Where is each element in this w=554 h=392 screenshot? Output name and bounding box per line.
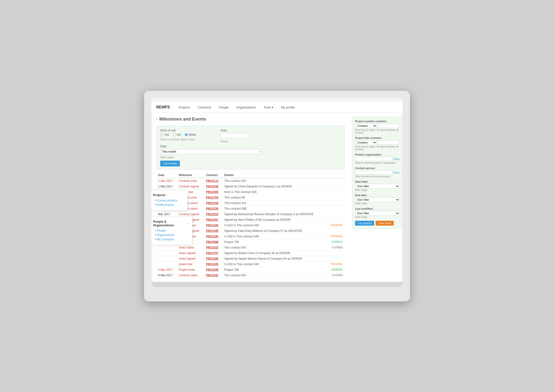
sidebar-people-mycompany[interactable]: My Company	[157, 238, 174, 241]
table-row: 6 Mar 2017 Contract starts PM13332 This …	[156, 272, 345, 278]
table-row: 1 Mar 2017 Contract signed PM13338 Signe…	[156, 184, 345, 189]
nav-myprofile[interactable]: My profile	[280, 105, 296, 110]
table-row: 4 Mar 2017 Project ends PM13596 Project …	[156, 267, 345, 272]
cell-milestone: Contract ends	[177, 178, 204, 184]
cell-details: Project 766	[222, 267, 327, 272]
nav-projects[interactable]: Projects	[177, 105, 191, 110]
radio-no[interactable]: No	[173, 133, 181, 136]
cell-date: 4 Mar 2017	[156, 267, 177, 272]
rf-end-date-select[interactable]: Don't filter	[355, 197, 400, 202]
cell-status	[327, 250, 345, 256]
col-details: Details	[222, 172, 327, 178]
cell-contract[interactable]: PM13332	[204, 245, 222, 250]
col-status	[327, 172, 345, 178]
cell-date: 1 Mar 2017	[156, 178, 177, 184]
cell-contract[interactable]: PM13201	[204, 217, 222, 222]
rf-partner-hint: Filter by selected partner organization.	[355, 162, 400, 164]
cell-contract[interactable]: PM13280	[204, 256, 222, 261]
back-arrow-icon[interactable]: ‹	[156, 117, 157, 121]
sidebar-projects-current[interactable]: Current projects	[157, 199, 177, 202]
cell-details: Project 766	[222, 239, 327, 245]
nav-contracts[interactable]: Contracts	[196, 105, 213, 110]
cell-status: PENDING	[327, 261, 345, 267]
rf-contact-hint: Filter by selected contact person.	[355, 175, 400, 178]
rf-end-date-label: End date:	[355, 194, 400, 197]
table-row: ntract signed PM13280 Signed by Harper B…	[156, 256, 345, 261]
rf-contact-clear-button[interactable]: Clear	[393, 171, 400, 174]
radio-yes[interactable]: Yes	[160, 133, 169, 136]
cell-contract[interactable]: PM12797	[204, 250, 222, 256]
cell-contract[interactable]: PM12910	[204, 211, 222, 217]
rf-partner-org-input[interactable]	[355, 157, 392, 161]
cell-contract[interactable]: PM13596	[204, 239, 222, 245]
nav-tools[interactable]: Tools ▾	[262, 105, 275, 110]
cell-contract[interactable]: PM13156	[204, 200, 222, 206]
cell-details: Signed by Muhammad Ramirez Morales of Co…	[222, 211, 327, 217]
rf-partner-clear-button[interactable]: Clear	[393, 157, 400, 160]
nav-organizations[interactable]: Organizations	[235, 105, 257, 110]
cell-details: This contract 585	[222, 206, 327, 211]
cell-details: Signed by Zala Emily Williams of Company…	[222, 228, 327, 234]
col-milestone: Milestone	[177, 172, 204, 178]
cell-date	[156, 261, 177, 267]
cell-details: 3 UAH in This contract 440	[222, 222, 327, 228]
cell-contract[interactable]: PM13338	[204, 184, 222, 189]
done-label: Done or not:	[160, 129, 196, 132]
focus-label: Focus.	[220, 140, 249, 143]
cell-contract[interactable]: PM13380	[204, 189, 222, 195]
cell-status	[327, 200, 345, 206]
list-events-button[interactable]: List events	[160, 161, 180, 166]
cell-milestone: yment due	[177, 261, 204, 267]
rf-partner-org-label: Partner organization:	[355, 153, 400, 156]
cell-status: PENDING	[327, 222, 345, 228]
cell-contract[interactable]: PM13332	[204, 272, 222, 278]
rf-project-title-input[interactable]	[378, 140, 400, 145]
area-input[interactable]	[220, 133, 249, 138]
rf-start-date-select[interactable]: Don't filter	[355, 184, 400, 189]
radio-either[interactable]: Either	[185, 133, 196, 136]
table-row: Mar 2017 Contract signed PM12910 Signed …	[156, 211, 345, 217]
cell-milestone: Contract signed	[177, 211, 204, 217]
rf-project-number-operator[interactable]: Contains	[355, 123, 377, 128]
table-row: yment due PM13185 3 USD in This contract…	[156, 261, 345, 267]
cell-date	[156, 256, 177, 261]
cell-date: 6 Mar 2017	[156, 272, 177, 278]
table-row: ntract signed PM12797 Signed by Moshe Co…	[156, 250, 345, 256]
cell-contract[interactable]: PM13596	[204, 267, 222, 272]
table-row: ntract starts PM13332 This contract 587 …	[156, 245, 345, 250]
cell-details: This contract 587	[222, 272, 327, 278]
rf-last-modified-select[interactable]: Don't filter	[355, 211, 400, 216]
cell-contract[interactable]: PM13185	[204, 222, 222, 228]
cell-contract[interactable]: PM13330	[204, 206, 222, 211]
rf-project-number-input[interactable]	[378, 124, 400, 128]
cell-status	[327, 195, 345, 200]
sidebar-people-people[interactable]: People	[157, 229, 166, 232]
cell-status: CLOSED	[327, 272, 345, 278]
cell-contract[interactable]: PM13185	[204, 261, 222, 267]
cell-status: AGREED	[327, 267, 345, 272]
nav-people[interactable]: People	[218, 105, 230, 110]
rf-clear-filters-button[interactable]: Clear filters	[376, 221, 394, 226]
rf-project-number-label: Project number contains:	[355, 120, 400, 123]
rf-list-projects-button[interactable]: List projects	[355, 221, 374, 226]
sidebar-people-orgs-link[interactable]: Organizations	[157, 233, 175, 237]
rf-project-title-label: Project title contains:	[355, 136, 400, 139]
cell-status	[327, 206, 345, 211]
rf-project-title-operator[interactable]: Contains	[355, 140, 377, 145]
table-row: 1 Mar 2017 Contract ends PM13112 This co…	[156, 178, 345, 184]
cell-contract[interactable]: PM13185	[204, 234, 222, 239]
rf-project-number-hint: Enter text to match. No input matches al…	[355, 129, 400, 134]
cell-contract[interactable]: PM13112	[204, 178, 222, 184]
cell-milestone: ntract signed	[177, 250, 204, 256]
cell-details: 3 USD in This contract 440	[222, 234, 327, 239]
cell-contract[interactable]: PM12794	[204, 195, 222, 200]
cell-status	[327, 184, 345, 189]
rf-last-modified-hint: Date magic.	[355, 216, 400, 218]
cell-status: CLOSED	[327, 245, 345, 250]
date-select[interactable]: This month This week Today Custom	[160, 149, 262, 154]
rf-contact-input[interactable]	[355, 170, 392, 175]
cell-contract[interactable]: PM13185	[204, 228, 222, 234]
col-date: Date	[156, 172, 177, 178]
cell-status: PENDING	[327, 234, 345, 239]
sidebar-projects-draft[interactable]: Draft projects	[157, 203, 174, 207]
